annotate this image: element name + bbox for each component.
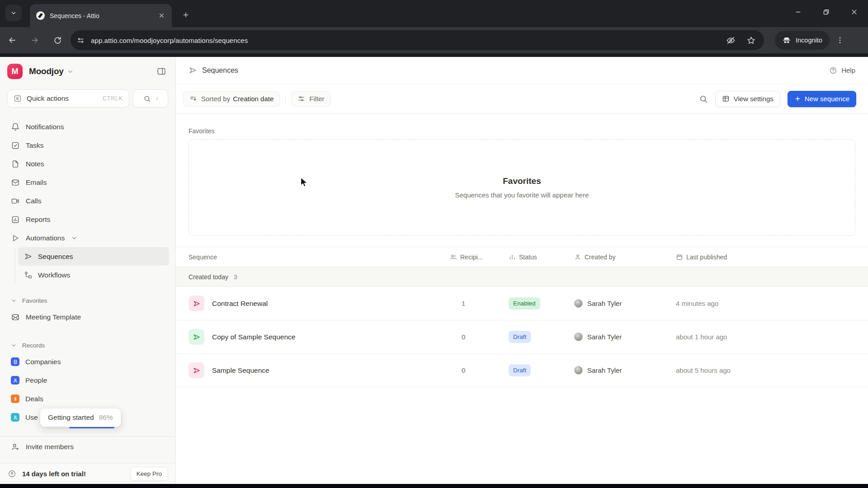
keep-pro-button[interactable]: Keep Pro	[130, 467, 168, 481]
sequence-name-cell[interactable]: Copy of Sample Sequence	[189, 329, 450, 345]
sequence-name-cell[interactable]: Sample Sequence	[189, 362, 450, 378]
quick-actions-button[interactable]: Quick actions CTRLK	[7, 89, 129, 108]
sidebar-item-label: People	[25, 376, 47, 385]
quick-actions-shortcut: CTRLK	[103, 95, 123, 102]
last-published-cell: about 5 hours ago	[676, 366, 868, 374]
tab-close-icon[interactable]	[156, 11, 166, 21]
browser-titlebar: Sequences - Attio	[0, 0, 868, 27]
column-label: Sequence	[189, 253, 217, 261]
sidebar-item-emails[interactable]: Emails	[0, 173, 175, 192]
getting-started-percent: 86%	[99, 413, 113, 422]
workspace-name: Moodjoy	[29, 66, 64, 76]
people-icon	[11, 376, 19, 385]
people-icon	[450, 253, 457, 261]
sidebar-item-automations[interactable]: Automations	[0, 229, 175, 247]
sort-value: Creation date	[233, 95, 274, 103]
group-label: Created today	[189, 273, 228, 281]
recipients-cell: 0	[450, 366, 509, 374]
column-last-published[interactable]: Last published	[676, 253, 868, 261]
sidebar-item-workflows[interactable]: Workflows	[18, 266, 169, 284]
favorites-section-header[interactable]: Favorites	[0, 293, 175, 308]
sidebar-item-sequences[interactable]: Sequences	[18, 247, 169, 266]
column-status[interactable]: Status	[509, 253, 574, 261]
back-button[interactable]	[2, 30, 23, 51]
chrome-edge	[0, 53, 868, 57]
workspace-switcher[interactable]: M Moodjoy	[0, 60, 175, 83]
column-created-by[interactable]: Created by	[574, 253, 676, 261]
reload-button[interactable]	[47, 30, 68, 51]
created-by-name: Sarah Tyler	[587, 366, 622, 374]
filter-button[interactable]: Filter	[291, 91, 330, 107]
site-settings-icon[interactable]	[76, 36, 85, 45]
search-icon[interactable]	[699, 94, 708, 103]
column-recipients[interactable]: Recipi...	[450, 253, 509, 261]
view-settings-button[interactable]: View settings	[715, 91, 780, 107]
column-sequence[interactable]: Sequence	[189, 253, 450, 261]
table-row[interactable]: Contract Renewal 1 Enabled Sarah Tyler 4…	[176, 287, 868, 320]
sidebar-item-companies[interactable]: Companies	[0, 352, 175, 371]
chevron-down-icon	[71, 235, 77, 241]
sidebar-item-people[interactable]: People	[0, 371, 175, 389]
command-k-icon	[14, 94, 22, 103]
note-icon	[11, 160, 20, 169]
preview-hidden-icon[interactable]	[726, 36, 736, 45]
sidebar-item-notes[interactable]: Notes	[0, 155, 175, 173]
url-text[interactable]: app.attio.com/moodjoycorp/automations/se…	[91, 37, 726, 44]
bookmark-star-icon[interactable]	[746, 36, 756, 45]
quick-actions-row: Quick actions CTRLK /	[7, 89, 168, 108]
table-row[interactable]: Copy of Sample Sequence 0 Draft Sarah Ty…	[176, 320, 868, 354]
sidebar-item-calls[interactable]: Calls	[0, 192, 175, 210]
sidebar-search-button[interactable]: /	[133, 89, 168, 108]
column-label: Recipi...	[460, 253, 483, 261]
companies-icon	[11, 357, 19, 366]
records-section-header[interactable]: Records	[0, 338, 175, 352]
forward-button[interactable]	[24, 30, 45, 51]
sidebar-item-reports[interactable]: Reports	[0, 210, 175, 229]
url-bar[interactable]: app.attio.com/moodjoycorp/automations/se…	[71, 30, 764, 50]
records-section-label: Records	[22, 342, 45, 349]
minimize-button[interactable]	[784, 0, 812, 23]
last-published-cell: about 1 hour ago	[676, 333, 868, 341]
table-group-header[interactable]: Created today 3	[176, 267, 868, 287]
created-by-name: Sarah Tyler	[587, 333, 622, 341]
browser-toolbar: app.attio.com/moodjoycorp/automations/se…	[0, 27, 868, 53]
sidebar-item-label: Notes	[26, 160, 44, 168]
close-window-button[interactable]	[840, 0, 868, 23]
table-row[interactable]: Sample Sequence 0 Draft Sarah Tyler abou…	[176, 354, 868, 387]
automations-children: Sequences Workflows	[0, 247, 175, 284]
collapse-sidebar-icon[interactable]	[156, 66, 166, 76]
sidebar-item-notifications[interactable]: Notifications	[0, 117, 175, 136]
chevron-down-icon	[11, 343, 17, 348]
getting-started-tooltip[interactable]: Getting started 86%	[40, 408, 121, 427]
column-label: Status	[519, 253, 537, 261]
incognito-icon	[782, 36, 791, 45]
invite-members-button[interactable]: Invite members	[0, 436, 175, 457]
sidebar-footer: Invite members 14 days left on trial! Ke…	[0, 436, 175, 484]
favorites-section-label: Favorites	[189, 127, 855, 135]
browser-menu-icon[interactable]	[836, 36, 844, 44]
sidebar-item-label: Meeting Template	[26, 313, 81, 321]
sort-button[interactable]: Sorted by Creation date	[183, 91, 280, 107]
sequence-name: Contract Renewal	[212, 300, 268, 308]
page-title[interactable]: Sequences	[202, 66, 238, 75]
browser-tab[interactable]: Sequences - Attio	[30, 4, 172, 27]
new-tab-button[interactable]	[178, 7, 193, 23]
urlbar-actions	[726, 36, 756, 45]
send-icon	[24, 252, 33, 261]
restore-button[interactable]	[812, 0, 840, 23]
sidebar-item-label: Companies	[25, 358, 61, 366]
sidebar-item-meeting-template[interactable]: Meeting Template	[0, 308, 175, 326]
recipients-cell: 0	[450, 333, 509, 341]
sequence-name-cell[interactable]: Contract Renewal	[189, 296, 450, 311]
plus-icon	[794, 95, 801, 102]
new-sequence-button[interactable]: New sequence	[788, 91, 856, 107]
help-circle-icon	[829, 66, 837, 75]
avatar	[574, 366, 583, 375]
sidebar-item-tasks[interactable]: Tasks	[0, 136, 175, 155]
tab-search-button[interactable]	[5, 5, 22, 21]
sidebar-item-deals[interactable]: Deals	[0, 389, 175, 408]
help-button[interactable]: Help	[829, 66, 855, 75]
sidebar-item-label: Automations	[26, 234, 65, 242]
getting-started-label: Getting started	[48, 413, 94, 422]
sequence-send-icon	[189, 296, 204, 311]
